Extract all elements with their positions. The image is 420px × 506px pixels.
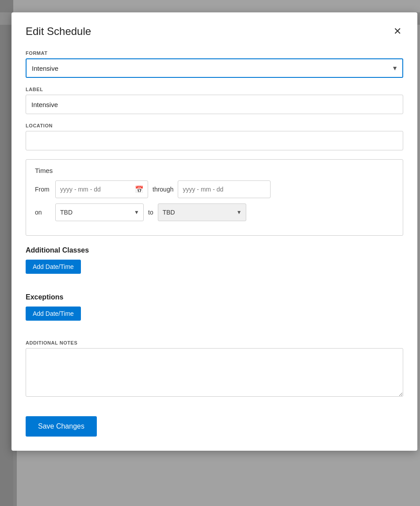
modal-title: Edit Schedule (26, 25, 91, 38)
from-label: From (35, 186, 51, 193)
on-label: on (35, 209, 51, 216)
exceptions-heading: Exceptions (26, 293, 403, 301)
to-select-wrapper: TBD Monday Tuesday Wednesday Thursday Fr… (158, 203, 246, 221)
through-date-input[interactable] (178, 180, 271, 198)
on-select-wrapper: TBD Monday Tuesday Wednesday Thursday Fr… (55, 203, 144, 221)
add-exceptions-date-time-button[interactable]: Add Date/Time (26, 307, 81, 321)
times-label: Times (35, 167, 394, 174)
location-input[interactable] (26, 131, 403, 150)
save-changes-button[interactable]: Save Changes (26, 416, 97, 437)
close-icon: ✕ (393, 27, 401, 36)
format-select-wrapper: Intensive Online In-Person Hybrid ▼ (26, 58, 403, 78)
through-label: through (153, 186, 173, 193)
times-box: Times From 📅 through on TBD Monday (26, 159, 403, 236)
on-day-select[interactable]: TBD Monday Tuesday Wednesday Thursday Fr… (55, 203, 144, 221)
additional-classes-heading: Additional Classes (26, 246, 403, 254)
additional-notes-textarea[interactable] (26, 348, 403, 397)
from-date-wrapper: 📅 (55, 180, 148, 198)
label-field-label: LABEL (26, 87, 403, 92)
location-label: LOCATION (26, 123, 403, 128)
format-select[interactable]: Intensive Online In-Person Hybrid (26, 58, 403, 78)
location-field-group: LOCATION (26, 123, 403, 150)
add-classes-date-time-button[interactable]: Add Date/Time (26, 260, 81, 274)
to-day-select[interactable]: TBD Monday Tuesday Wednesday Thursday Fr… (158, 203, 246, 221)
close-button[interactable]: ✕ (392, 25, 403, 38)
to-label: to (148, 209, 153, 216)
additional-notes-group: ADDITIONAL NOTES (26, 340, 403, 399)
from-date-input[interactable] (55, 180, 148, 198)
format-label: FORMAT (26, 50, 403, 56)
label-input[interactable] (26, 95, 403, 114)
label-field-group: LABEL (26, 87, 403, 114)
additional-notes-label: ADDITIONAL NOTES (26, 340, 403, 345)
additional-classes-group: Additional Classes Add Date/Time (26, 246, 403, 284)
exceptions-group: Exceptions Add Date/Time (26, 293, 403, 331)
edit-schedule-modal: Edit Schedule ✕ FORMAT Intensive Online … (11, 12, 417, 451)
times-on-row: on TBD Monday Tuesday Wednesday Thursday… (35, 203, 394, 221)
modal-header: Edit Schedule ✕ (26, 25, 403, 38)
times-from-row: From 📅 through (35, 180, 394, 198)
format-field-group: FORMAT Intensive Online In-Person Hybrid… (26, 50, 403, 78)
